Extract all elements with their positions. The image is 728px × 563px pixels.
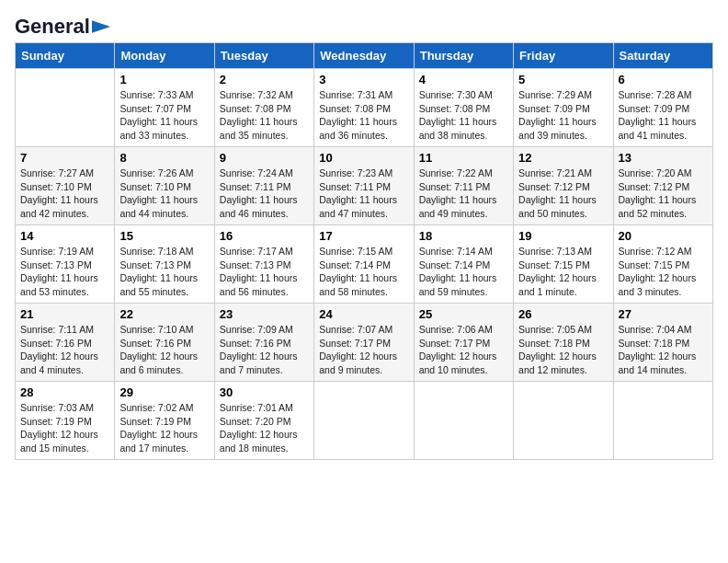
- calendar-cell: 22Sunrise: 7:10 AM Sunset: 7:16 PM Dayli…: [115, 304, 214, 382]
- calendar-cell: 10Sunrise: 7:23 AM Sunset: 7:11 PM Dayli…: [314, 147, 414, 225]
- day-number: 11: [419, 151, 508, 165]
- day-info: Sunrise: 7:15 AM Sunset: 7:14 PM Dayligh…: [319, 245, 408, 299]
- day-number: 2: [220, 73, 309, 86]
- day-number: 26: [518, 307, 608, 321]
- day-number: 20: [619, 229, 708, 243]
- calendar-cell: 1Sunrise: 7:33 AM Sunset: 7:07 PM Daylig…: [115, 69, 214, 147]
- day-number: 24: [319, 307, 408, 321]
- day-number: 22: [119, 307, 209, 321]
- day-info: Sunrise: 7:24 AM Sunset: 7:11 PM Dayligh…: [220, 167, 309, 221]
- day-number: 18: [419, 229, 508, 243]
- day-number: 6: [619, 73, 708, 86]
- calendar-cell: 23Sunrise: 7:09 AM Sunset: 7:16 PM Dayli…: [214, 304, 313, 382]
- calendar-cell: 26Sunrise: 7:05 AM Sunset: 7:18 PM Dayli…: [514, 304, 613, 382]
- calendar-cell: 13Sunrise: 7:20 AM Sunset: 7:12 PM Dayli…: [613, 147, 712, 225]
- calendar-cell: 20Sunrise: 7:12 AM Sunset: 7:15 PM Dayli…: [613, 225, 712, 304]
- day-number: 28: [20, 385, 109, 399]
- calendar-cell: [514, 382, 613, 460]
- day-number: 12: [518, 151, 608, 165]
- week-row-2: 7Sunrise: 7:27 AM Sunset: 7:10 PM Daylig…: [16, 147, 713, 225]
- calendar-cell: 11Sunrise: 7:22 AM Sunset: 7:11 PM Dayli…: [414, 147, 513, 225]
- calendar-cell: 16Sunrise: 7:17 AM Sunset: 7:13 PM Dayli…: [214, 225, 313, 304]
- day-number: 1: [119, 73, 209, 86]
- day-info: Sunrise: 7:21 AM Sunset: 7:12 PM Dayligh…: [518, 167, 608, 221]
- calendar-cell: 14Sunrise: 7:19 AM Sunset: 7:13 PM Dayli…: [16, 225, 115, 304]
- day-info: Sunrise: 7:09 AM Sunset: 7:16 PM Dayligh…: [220, 323, 309, 377]
- calendar-cell: 30Sunrise: 7:01 AM Sunset: 7:20 PM Dayli…: [214, 382, 313, 460]
- day-number: 17: [319, 229, 408, 243]
- calendar-cell: [613, 382, 712, 460]
- calendar-cell: 15Sunrise: 7:18 AM Sunset: 7:13 PM Dayli…: [115, 225, 214, 304]
- day-number: 23: [220, 307, 309, 321]
- calendar-cell: 8Sunrise: 7:26 AM Sunset: 7:10 PM Daylig…: [115, 147, 214, 225]
- header-cell-monday: Monday: [115, 43, 214, 69]
- week-row-1: 1Sunrise: 7:33 AM Sunset: 7:07 PM Daylig…: [16, 69, 713, 147]
- day-number: 30: [220, 385, 309, 399]
- day-info: Sunrise: 7:14 AM Sunset: 7:14 PM Dayligh…: [419, 245, 508, 299]
- day-info: Sunrise: 7:29 AM Sunset: 7:09 PM Dayligh…: [518, 88, 608, 143]
- day-number: 16: [220, 229, 309, 243]
- calendar-cell: [414, 382, 513, 460]
- calendar-cell: 17Sunrise: 7:15 AM Sunset: 7:14 PM Dayli…: [314, 225, 414, 304]
- day-number: 25: [419, 307, 508, 321]
- day-info: Sunrise: 7:17 AM Sunset: 7:13 PM Dayligh…: [220, 245, 309, 299]
- day-number: 14: [20, 229, 109, 243]
- calendar-cell: 12Sunrise: 7:21 AM Sunset: 7:12 PM Dayli…: [514, 147, 613, 225]
- calendar-header: SundayMondayTuesdayWednesdayThursdayFrid…: [16, 43, 713, 69]
- calendar-table: SundayMondayTuesdayWednesdayThursdayFrid…: [15, 42, 713, 460]
- day-info: Sunrise: 7:04 AM Sunset: 7:18 PM Dayligh…: [619, 323, 708, 377]
- header-cell-sunday: Sunday: [16, 43, 115, 69]
- day-info: Sunrise: 7:11 AM Sunset: 7:16 PM Dayligh…: [20, 323, 109, 377]
- day-info: Sunrise: 7:06 AM Sunset: 7:17 PM Dayligh…: [419, 323, 508, 377]
- day-info: Sunrise: 7:28 AM Sunset: 7:09 PM Dayligh…: [619, 88, 708, 143]
- day-info: Sunrise: 7:12 AM Sunset: 7:15 PM Dayligh…: [619, 245, 708, 299]
- day-info: Sunrise: 7:30 AM Sunset: 7:08 PM Dayligh…: [419, 88, 508, 143]
- day-number: 4: [419, 73, 508, 86]
- header-cell-saturday: Saturday: [613, 43, 712, 69]
- day-info: Sunrise: 7:33 AM Sunset: 7:07 PM Dayligh…: [119, 88, 209, 143]
- day-info: Sunrise: 7:23 AM Sunset: 7:11 PM Dayligh…: [319, 167, 408, 221]
- svg-marker-0: [92, 20, 110, 32]
- day-info: Sunrise: 7:02 AM Sunset: 7:19 PM Dayligh…: [119, 401, 209, 455]
- day-info: Sunrise: 7:10 AM Sunset: 7:16 PM Dayligh…: [119, 323, 209, 377]
- day-number: 5: [518, 73, 608, 86]
- calendar-cell: 5Sunrise: 7:29 AM Sunset: 7:09 PM Daylig…: [514, 69, 613, 147]
- calendar-cell: 28Sunrise: 7:03 AM Sunset: 7:19 PM Dayli…: [16, 382, 115, 460]
- logo-text-general: General: [15, 15, 90, 39]
- day-info: Sunrise: 7:32 AM Sunset: 7:08 PM Dayligh…: [220, 88, 309, 143]
- day-number: 15: [119, 229, 209, 243]
- week-row-5: 28Sunrise: 7:03 AM Sunset: 7:19 PM Dayli…: [16, 382, 713, 460]
- day-number: 19: [518, 229, 608, 243]
- day-info: Sunrise: 7:07 AM Sunset: 7:17 PM Dayligh…: [319, 323, 408, 377]
- calendar-cell: 19Sunrise: 7:13 AM Sunset: 7:15 PM Dayli…: [514, 225, 613, 304]
- day-info: Sunrise: 7:27 AM Sunset: 7:10 PM Dayligh…: [20, 167, 109, 221]
- day-info: Sunrise: 7:20 AM Sunset: 7:12 PM Dayligh…: [619, 167, 708, 221]
- calendar-cell: 4Sunrise: 7:30 AM Sunset: 7:08 PM Daylig…: [414, 69, 513, 147]
- calendar-cell: 6Sunrise: 7:28 AM Sunset: 7:09 PM Daylig…: [613, 69, 712, 147]
- calendar-cell: 27Sunrise: 7:04 AM Sunset: 7:18 PM Dayli…: [613, 304, 712, 382]
- header-cell-friday: Friday: [514, 43, 613, 69]
- calendar-cell: 9Sunrise: 7:24 AM Sunset: 7:11 PM Daylig…: [214, 147, 313, 225]
- day-info: Sunrise: 7:19 AM Sunset: 7:13 PM Dayligh…: [20, 245, 109, 299]
- day-number: 27: [619, 307, 708, 321]
- day-number: 3: [319, 73, 408, 86]
- day-number: 9: [220, 151, 309, 165]
- calendar-cell: 25Sunrise: 7:06 AM Sunset: 7:17 PM Dayli…: [414, 304, 513, 382]
- calendar-cell: 3Sunrise: 7:31 AM Sunset: 7:08 PM Daylig…: [314, 69, 414, 147]
- day-number: 10: [319, 151, 408, 165]
- header-cell-wednesday: Wednesday: [314, 43, 414, 69]
- calendar-cell: 2Sunrise: 7:32 AM Sunset: 7:08 PM Daylig…: [214, 69, 313, 147]
- day-number: 7: [20, 151, 109, 165]
- calendar-cell: 24Sunrise: 7:07 AM Sunset: 7:17 PM Dayli…: [314, 304, 414, 382]
- header-cell-thursday: Thursday: [414, 43, 513, 69]
- calendar-cell: [314, 382, 414, 460]
- day-info: Sunrise: 7:05 AM Sunset: 7:18 PM Dayligh…: [518, 323, 608, 377]
- week-row-3: 14Sunrise: 7:19 AM Sunset: 7:13 PM Dayli…: [16, 225, 713, 304]
- calendar-cell: 18Sunrise: 7:14 AM Sunset: 7:14 PM Dayli…: [414, 225, 513, 304]
- day-number: 29: [119, 385, 209, 399]
- calendar-cell: 7Sunrise: 7:27 AM Sunset: 7:10 PM Daylig…: [16, 147, 115, 225]
- day-number: 21: [20, 307, 109, 321]
- day-number: 8: [119, 151, 209, 165]
- day-info: Sunrise: 7:01 AM Sunset: 7:20 PM Dayligh…: [220, 401, 309, 455]
- calendar-cell: 21Sunrise: 7:11 AM Sunset: 7:16 PM Dayli…: [16, 304, 115, 382]
